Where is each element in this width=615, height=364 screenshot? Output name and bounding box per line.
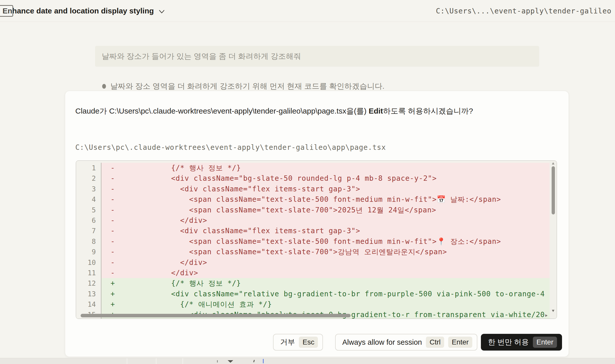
diff-line: 6 - </div> <box>76 215 557 226</box>
diff-sign: - <box>111 205 117 215</box>
assistant-message: 날짜와 장소 영역을 더 화려하게 강조하기 위해 먼저 현재 코드를 확인하겠… <box>102 81 385 92</box>
diff-sign: - <box>111 173 117 184</box>
diff-code: <span className="text-slate-500 font-med… <box>117 194 501 205</box>
diff-line-body: - <span className="text-slate-700">강남역 오… <box>101 247 557 257</box>
diff-line-body: + <div className="relative bg-gradient-t… <box>101 289 557 299</box>
diff-sign: - <box>111 268 117 278</box>
diff-line-body: + {/* 행사 정보 */} <box>101 278 557 288</box>
diff-sign: - <box>111 163 117 173</box>
diff-sign: + <box>111 289 117 299</box>
diff-line-body: - <span className="text-slate-500 font-m… <box>101 194 557 205</box>
diff-code: <span className="text-slate-700">강남역 오리엔… <box>117 247 447 257</box>
file-path: C:\Users\pc\.claude-worktrees\event-appl… <box>75 143 386 152</box>
diff-line: 2 - <div className="bg-slate-50 rounded-… <box>76 173 557 184</box>
vertical-scrollbar-thumb[interactable] <box>552 166 555 214</box>
table-column-divider <box>183 358 183 364</box>
diff-code: </div> <box>117 215 207 226</box>
diff-code: <div className="relative bg-gradient-to-… <box>117 289 545 299</box>
user-prompt-box[interactable]: 날짜와 장소가 들어가 있는 영역을 좀 더 화려하게 강조해줘 <box>95 46 539 67</box>
diff-line-number: 4 <box>76 194 101 205</box>
diff-line: 13 + <div className="relative bg-gradien… <box>76 289 557 299</box>
user-prompt-text: 날짜와 장소가 들어가 있는 영역을 좀 더 화려하게 강조해줘 <box>102 51 301 62</box>
diff-line-body: - <span className="text-slate-500 font-m… <box>101 236 557 247</box>
text-cursor <box>263 359 264 363</box>
diff-line-body: + {/* 애니메이션 효과 */} <box>101 299 557 310</box>
diff-line-body: - </div> <box>101 268 557 278</box>
diff-sign: - <box>111 257 117 268</box>
dialog-title-suffix: 하도록 허용하시겠습니까? <box>383 107 473 115</box>
diff-line-number: 12 <box>76 278 101 288</box>
diff-sign: - <box>111 226 117 236</box>
diff-line-body: - </div> <box>101 215 557 226</box>
diff-code: <div className="bg-slate-50 rounded-lg p… <box>117 173 437 184</box>
table-cell-mark <box>217 360 218 362</box>
diff-line-number: 14 <box>76 299 101 310</box>
diff-sign: - <box>111 184 117 194</box>
horizontal-scrollbar-thumb[interactable] <box>81 314 351 317</box>
diff-line-body: - <div className="bg-slate-50 rounded-lg… <box>101 173 557 184</box>
title-selection-box <box>0 5 13 17</box>
workspace-path: C:\Users\...\event-apply\tender-galileo <box>436 0 611 22</box>
diff-line-number: 7 <box>76 226 101 236</box>
diff-line-number: 9 <box>76 247 101 257</box>
diff-code: <div className="flex items-start gap-3"> <box>117 184 360 194</box>
chevron-down-icon[interactable] <box>158 8 166 15</box>
diff-sign: + <box>111 299 117 310</box>
diff-viewer: 1 - {/* 행사 정보 */} 2 - <div className="bg… <box>76 160 557 319</box>
diff-line: 1 - {/* 행사 정보 */} <box>76 163 557 173</box>
diff-line: 9 - <span className="text-slate-700">강남역… <box>76 247 557 257</box>
diff-line-body: - <div className="flex items-start gap-3… <box>101 184 557 194</box>
background-table-row <box>0 358 615 364</box>
table-column-divider <box>127 358 127 364</box>
bullet-icon <box>102 84 106 89</box>
diff-line-number: 6 <box>76 215 101 226</box>
dialog-title-action: Edit <box>369 107 383 115</box>
header: Enhance date and location display stylin… <box>0 0 615 22</box>
allow-once-button[interactable]: 한 번만 허용 Enter <box>481 334 562 351</box>
permission-dialog: Claude가 C:\Users\pc\.claude-worktrees\ev… <box>65 91 569 357</box>
diff-sign: - <box>111 247 117 257</box>
diff-line: 12 + {/* 행사 정보 */} <box>76 278 557 288</box>
assistant-message-text: 날짜와 장소 영역을 더 화려하게 강조하기 위해 먼저 현재 코드를 확인하겠… <box>110 81 385 92</box>
table-cell-mark <box>253 360 255 362</box>
diff-line: 10 - </div> <box>76 257 557 268</box>
diff-line-number: 2 <box>76 173 101 184</box>
diff-sign: - <box>111 194 117 205</box>
diff-line: 4 - <span className="text-slate-500 font… <box>76 194 557 205</box>
diff-line: 11 - </div> <box>76 268 557 278</box>
dropdown-arrow-icon[interactable] <box>228 360 233 363</box>
reject-button[interactable]: 거부 Esc <box>273 334 323 351</box>
diff-code: <div className="flex items-start gap-3"> <box>117 226 360 236</box>
diff-line-number: 1 <box>76 163 101 173</box>
diff-code: {/* 행사 정보 */} <box>117 278 241 288</box>
always-allow-label: Always allow for session <box>342 338 422 347</box>
vertical-scrollbar-track[interactable] <box>550 161 557 319</box>
diff-line: 14 + {/* 애니메이션 효과 */} <box>76 299 557 310</box>
diff-line-number: 11 <box>76 268 101 278</box>
diff-sign: + <box>111 278 117 288</box>
diff-line-body: - {/* 행사 정보 */} <box>101 163 557 173</box>
esc-key-hint: Esc <box>299 337 318 348</box>
diff-line-body: - </div> <box>101 257 557 268</box>
diff-sign: - <box>111 236 117 247</box>
dialog-title: Claude가 C:\Users\pc\.claude-worktrees\ev… <box>75 103 559 119</box>
enter-key-hint-primary: Enter <box>533 337 557 348</box>
enter-key-hint: Enter <box>448 337 472 348</box>
diff-line-body: - <div className="flex items-start gap-3… <box>101 226 557 236</box>
always-allow-button[interactable]: Always allow for session Ctrl Enter <box>335 334 477 351</box>
diff-code: <span className="text-slate-500 font-med… <box>117 236 501 247</box>
dialog-title-text: Claude가 C:\Users\pc\.claude-worktrees\ev… <box>75 107 369 115</box>
session-title: Enhance date and location display stylin… <box>3 7 154 15</box>
session-title-dropdown[interactable]: Enhance date and location display stylin… <box>3 0 166 22</box>
diff-sign: - <box>111 215 117 226</box>
diff-line: 7 - <div className="flex items-start gap… <box>76 226 557 236</box>
diff-code: <span className="text-slate-700">2025년 1… <box>117 205 436 215</box>
scroll-up-arrow-icon[interactable] <box>552 162 554 165</box>
scroll-right-arrow-icon[interactable] <box>545 314 548 317</box>
diff-code: </div> <box>117 268 198 278</box>
diff-line: 5 - <span className="text-slate-700">202… <box>76 205 557 215</box>
scroll-down-arrow-icon[interactable] <box>552 310 554 312</box>
diff-line-number: 5 <box>76 205 101 215</box>
diff-rows: 1 - {/* 행사 정보 */} 2 - <div className="bg… <box>76 161 557 319</box>
allow-once-label: 한 번만 허용 <box>488 337 529 347</box>
